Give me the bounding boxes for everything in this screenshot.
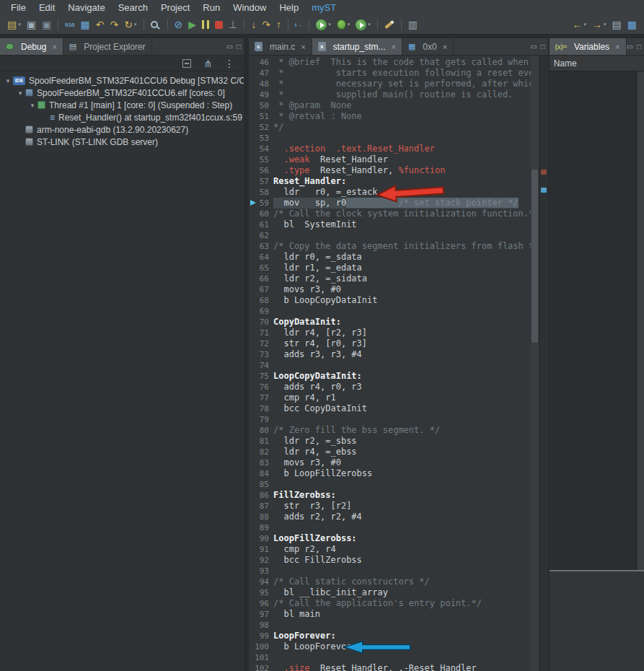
line-number[interactable]: 63 (249, 241, 273, 252)
line-number[interactable]: 88 (249, 512, 273, 522)
variables-column-header[interactable]: Name (550, 56, 644, 71)
forward-icon[interactable]: →▾ (590, 17, 609, 32)
code-line[interactable]: 82 ldr r4, =_ebss (249, 447, 529, 457)
line-number[interactable]: 57 (249, 176, 273, 187)
dropdown-caret-icon[interactable]: ▾ (134, 22, 137, 27)
line-number[interactable]: 71 (249, 328, 273, 338)
back-icon[interactable]: ←▾ (570, 17, 589, 32)
debug-tree-item[interactable]: ≡Reset_Handler() at startup_stm32f401ccu… (0, 111, 244, 123)
expander-icon[interactable]: ▾ (15, 89, 25, 97)
line-number[interactable]: 65 (249, 263, 273, 273)
code-line[interactable]: 48 * necessary set is performed, after w… (249, 79, 529, 89)
line-number[interactable]: 50 (249, 100, 273, 111)
code-line[interactable]: 59 mov sp, r0 /* set stack pointer */ (249, 198, 529, 209)
line-number[interactable]: 74 (249, 360, 273, 371)
menu-project[interactable]: Project (154, 1, 196, 14)
code-line[interactable]: 87 str r3, [r2] (249, 501, 529, 512)
line-number[interactable]: 47 (249, 68, 273, 79)
line-number[interactable]: 60 (249, 209, 273, 219)
line-number[interactable]: 67 (249, 284, 273, 295)
code-line[interactable]: 86FillZerobss: (249, 490, 529, 501)
line-number[interactable]: 94 (249, 576, 273, 587)
code-line[interactable]: 47 * starts execution following a reset … (249, 68, 529, 79)
menu-navigate[interactable]: Navigate (61, 1, 111, 14)
dropdown-caret-icon[interactable]: ▾ (328, 22, 331, 27)
line-number[interactable]: 64 (249, 252, 273, 263)
save-icon[interactable]: ▣ (25, 17, 38, 32)
run-icon[interactable]: ▾ (314, 17, 333, 32)
code-line[interactable]: 97 bl main (249, 609, 529, 620)
variables-tab-variables[interactable]: (x)=Variables× (550, 38, 627, 55)
debug-tab-project-explorer[interactable]: ▤Project Explorer (63, 38, 152, 55)
collapse-all-icon[interactable] (180, 56, 193, 71)
disconnect-icon[interactable]: ⊥ (226, 17, 239, 32)
search-icon[interactable] (149, 17, 163, 32)
line-number[interactable]: 95 (249, 587, 273, 598)
code-line[interactable]: 52*/ (249, 122, 529, 133)
code-line[interactable]: 69 (249, 306, 529, 317)
code-line[interactable]: 55 .weak Reset_Handler (249, 154, 529, 165)
line-number[interactable]: 83 (249, 457, 273, 468)
code-line[interactable]: 65 ldr r1, =_edata (249, 263, 529, 273)
code-line[interactable]: 81 ldr r2, =_sbss (249, 436, 529, 447)
refresh-icon[interactable]: ↻▾ (122, 17, 138, 32)
line-number[interactable]: 100 (249, 641, 273, 652)
code-line[interactable]: 75LoopCopyDataInit: (249, 371, 529, 382)
line-number[interactable]: 87 (249, 501, 273, 512)
code-line[interactable]: 67 movs r3, #0 (249, 284, 529, 295)
line-number[interactable]: 98 (249, 620, 273, 631)
code-line[interactable]: 70CopyDataInit: (249, 317, 529, 328)
code-line[interactable]: 79 (249, 414, 529, 425)
line-number[interactable]: 53 (249, 133, 273, 144)
line-number[interactable]: 51 (249, 111, 273, 122)
code-line[interactable]: 98 (249, 620, 529, 631)
debug-tree-item[interactable]: ST-LINK (ST-LINK GDB server) (0, 136, 244, 148)
editor-scrollbar[interactable] (531, 56, 539, 671)
line-number[interactable]: 54 (249, 144, 273, 154)
menu-window[interactable]: Window (226, 1, 273, 14)
save-all-icon[interactable]: ▣ (40, 17, 53, 32)
line-number[interactable]: 62 (249, 230, 273, 241)
line-number[interactable]: 79 (249, 414, 273, 425)
editor-tab-main-c[interactable]: cmain.c× (249, 38, 312, 55)
new-wizard-icon[interactable]: ▤▾ (5, 17, 23, 32)
code-line[interactable]: 73 adds r3, r3, #4 (249, 349, 529, 360)
expander-icon[interactable]: ▾ (3, 77, 13, 84)
code-line[interactable]: 51 * @retval : None (249, 111, 529, 122)
maximize-view-icon[interactable]: □ (637, 43, 641, 51)
debug-tab-debug[interactable]: Debug× (0, 38, 63, 55)
line-number[interactable]: 89 (249, 522, 273, 533)
line-number[interactable]: 56 (249, 165, 273, 176)
code-line[interactable]: 78 bcc CopyDataInit (249, 403, 529, 414)
code-line[interactable]: 61 bl SystemInit (249, 219, 529, 230)
line-number[interactable]: 86 (249, 490, 273, 501)
line-number[interactable]: 99 (249, 631, 273, 641)
line-number[interactable]: 70 (249, 317, 273, 328)
code-line[interactable]: 63/* Copy the data segment initializers … (249, 241, 529, 252)
maximize-view-icon[interactable]: □ (237, 43, 241, 51)
code-line[interactable]: 80/* Zero fill the bss segment. */ (249, 425, 529, 436)
code-line[interactable]: 93 (249, 566, 529, 576)
code-editor[interactable]: 46 * @brief This is the code that gets c… (249, 56, 548, 671)
line-number[interactable]: 76 (249, 382, 273, 392)
terminate-icon[interactable] (213, 17, 225, 32)
edit-icon[interactable] (382, 17, 397, 32)
code-line[interactable]: 57Reset_Handler: (249, 176, 529, 187)
code-line[interactable]: 92 bcc FillZerobss (249, 555, 529, 566)
memory-view-icon[interactable]: ▦ (79, 17, 92, 32)
resume-icon[interactable]: ▶ (186, 17, 198, 32)
code-line[interactable]: 102 .size Reset_Handler, .-Reset_Handler (249, 663, 529, 671)
column-header-name[interactable]: Name (554, 58, 577, 69)
close-tab-icon[interactable]: × (391, 43, 395, 51)
close-tab-icon[interactable]: × (52, 43, 56, 51)
menu-file[interactable]: File (4, 1, 32, 14)
code-line[interactable]: 53 (249, 133, 529, 144)
redo-icon[interactable]: ↷ (108, 17, 121, 32)
line-number[interactable]: 49 (249, 89, 273, 100)
code-line[interactable]: 76 adds r4, r0, r3 (249, 382, 529, 392)
line-number[interactable]: 48 (249, 79, 273, 89)
code-line[interactable]: 54 .section .text.Reset_Handler (249, 144, 529, 154)
code-line[interactable]: 84 b LoopFillZerobss (249, 468, 529, 479)
line-number[interactable]: 92 (249, 555, 273, 566)
code-line[interactable]: 62 (249, 230, 529, 241)
